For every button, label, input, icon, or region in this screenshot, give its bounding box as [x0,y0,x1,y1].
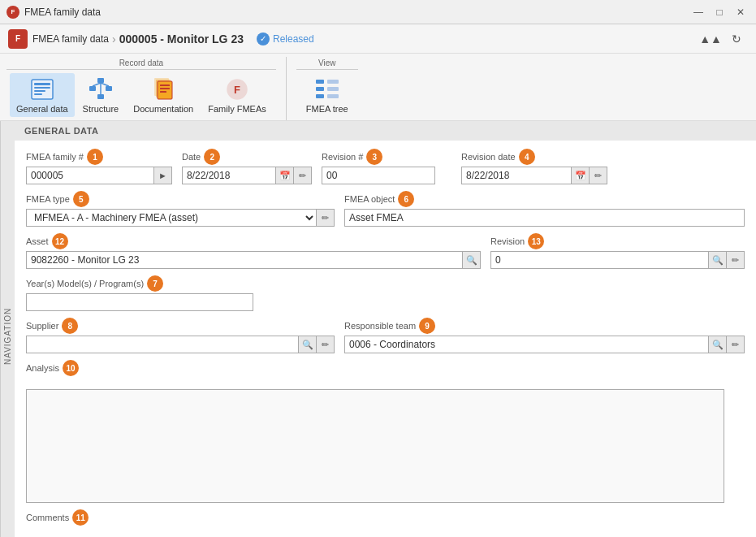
asset-label: Asset [26,236,49,246]
documentation-icon [150,76,176,102]
fmea-type-edit-btn[interactable]: ✏ [317,209,335,227]
address-bar: F FMEA family data › 000005 - Monitor LG… [0,24,756,54]
toolbar-item-documentation[interactable]: Documentation [127,73,200,117]
revision-date-input[interactable] [461,167,572,184]
form-row-6: Analysis 10 [26,360,745,503]
supplier-label: Supplier [26,321,58,331]
svg-rect-25 [327,94,339,98]
title-bar: F FMEA family data — □ ✕ [0,0,756,24]
revision-date-label: Revision date [461,152,516,162]
general-data-label: General data [16,104,68,114]
revision-date-edit-btn[interactable]: ✏ [590,167,607,184]
badge-1: 1 [87,149,103,165]
form-row-7: Comments 11 [26,509,745,537]
svg-rect-16 [160,88,170,89]
svg-rect-3 [34,90,45,92]
toolbar-item-family-fmeas[interactable]: F Family FMEAs [201,73,273,117]
years-models-input[interactable] [26,293,253,311]
status-badge: ✓ Released [257,32,314,45]
section-view-label: View [296,57,358,70]
nav-up-button[interactable]: ▲▲ [699,28,722,50]
svg-rect-23 [327,80,339,84]
supplier-search-btn[interactable]: 🔍 [299,336,317,353]
minimize-button[interactable]: — [689,3,707,21]
window-controls: — □ ✕ [689,3,750,21]
status-icon: ✓ [257,32,270,45]
fmea-family-num-input[interactable] [26,167,154,184]
asset-input[interactable] [26,251,463,269]
fmea-family-num-label: FMEA family # [26,152,84,162]
badge-4: 4 [519,149,535,165]
revision-num-field: Revision # 3 [322,149,451,184]
fmea-object-label: FMEA object [344,194,395,204]
fmea-family-num-arrow-btn[interactable]: ► [154,167,172,184]
breadcrumb-parent[interactable]: FMEA family data [32,33,109,45]
family-fmeas-icon: F [224,76,250,102]
section-header: GENERAL DATA [15,121,756,141]
revision-num-input[interactable] [322,167,435,184]
window-title: FMEA family data [24,6,689,18]
responsible-team-edit-btn[interactable]: ✏ [727,336,745,353]
toolbar-item-fmea-tree[interactable]: FMEA tree [300,73,355,117]
revision-field: Revision 13 🔍 ✏ [490,233,745,269]
svg-rect-4 [34,93,42,95]
breadcrumb-current: 000005 - Monitor LG 23 [119,32,244,45]
status-label: Released [273,33,314,45]
badge-6: 6 [398,191,414,207]
badge-8: 8 [62,318,78,334]
refresh-button[interactable]: ↻ [725,28,748,50]
svg-rect-7 [106,86,112,91]
asset-search-btn[interactable]: 🔍 [463,251,481,269]
fmea-type-select[interactable]: MFMEA - A - Machinery FMEA (asset) [26,209,317,227]
revision-edit-btn[interactable]: ✏ [727,251,745,269]
revision-input[interactable] [490,251,709,269]
fmea-object-field: FMEA object 6 [344,191,745,227]
navigation-sidebar[interactable]: NAVIGATION [0,121,15,537]
date-label: Date [182,152,201,162]
date-edit-btn[interactable]: ✏ [294,167,312,184]
svg-line-10 [101,83,109,86]
supplier-field: Supplier 8 🔍 ✏ [26,318,335,353]
fmea-family-num-field: FMEA family # 1 ► [26,149,172,184]
svg-rect-20 [316,80,324,84]
years-models-label: Year(s) Model(s) / Program(s) [26,279,144,288]
supplier-input[interactable] [26,336,299,353]
svg-rect-21 [316,87,324,91]
breadcrumb: FMEA family data › 000005 - Monitor LG 2… [32,32,244,45]
responsible-team-search-btn[interactable]: 🔍 [709,336,727,353]
svg-rect-5 [97,78,104,83]
main-wrapper: NAVIGATION GENERAL DATA FMEA family # 1 [0,121,756,537]
date-input[interactable] [182,167,276,184]
date-calendar-btn[interactable]: 📅 [276,167,294,184]
badge-12: 12 [52,233,68,249]
svg-line-9 [93,83,101,86]
form-row-2: FMEA type 5 MFMEA - A - Machinery FMEA (… [26,191,745,227]
structure-icon [88,76,114,102]
svg-rect-1 [34,83,50,85]
analysis-textarea[interactable] [26,389,724,503]
comments-label: Comments [26,513,69,522]
toolbar-item-structure[interactable]: Structure [76,73,126,117]
badge-3: 3 [366,149,382,165]
date-field: Date 2 📅 ✏ [182,149,312,184]
close-button[interactable]: ✕ [732,3,750,21]
revision-search-btn[interactable]: 🔍 [709,251,727,269]
svg-rect-24 [327,87,339,91]
app-logo: F [8,29,28,49]
revision-date-calendar-btn[interactable]: 📅 [572,167,590,184]
form-row-4: Year(s) Model(s) / Program(s) 7 [26,275,745,311]
toolbar-item-general-data[interactable]: General data [10,73,75,117]
toolbar: Record data General data [0,54,756,121]
responsible-team-input[interactable] [344,336,709,353]
supplier-edit-btn[interactable]: ✏ [317,336,335,353]
maximize-button[interactable]: □ [711,3,728,21]
revision-label: Revision [490,236,525,246]
responsible-team-field: Responsible team 9 🔍 ✏ [344,318,745,353]
fmea-object-input[interactable] [344,209,745,227]
badge-11: 11 [72,509,89,526]
years-models-field: Year(s) Model(s) / Program(s) 7 [26,275,270,311]
badge-7: 7 [147,275,163,292]
form-area: FMEA family # 1 ► Date 2 [15,141,756,537]
form-row-1: FMEA family # 1 ► Date 2 [26,149,745,184]
documentation-label: Documentation [133,104,193,114]
